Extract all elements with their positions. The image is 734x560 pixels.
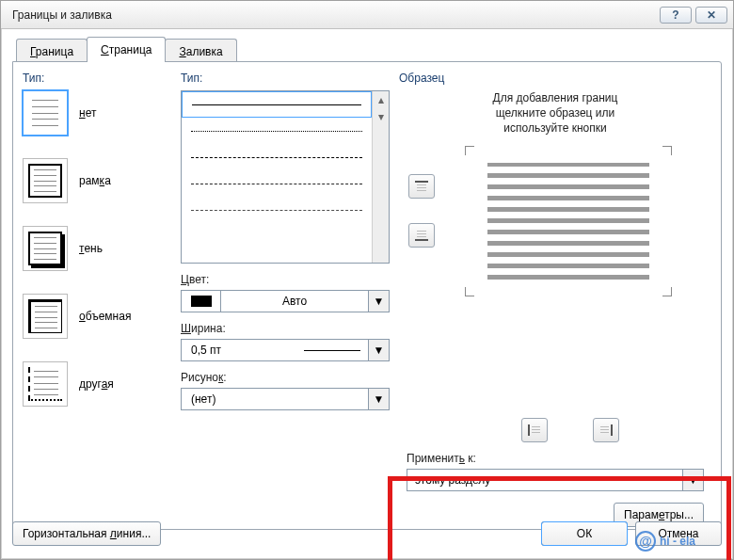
preview-wrap <box>399 146 711 315</box>
tab-panel-page: Тип: нет рамка <box>12 61 722 530</box>
svg-rect-8 <box>528 424 530 436</box>
preset-3d[interactable]: объемная <box>23 294 171 339</box>
edge-bottom-button[interactable] <box>408 223 435 248</box>
svg-rect-6 <box>417 236 426 237</box>
titlebar: Границы и заливка ? ✕ <box>1 1 733 29</box>
preset-box[interactable]: рамка <box>23 158 171 203</box>
corner-tl <box>465 146 474 155</box>
scroll-up-icon[interactable]: ▴ <box>373 91 389 108</box>
preview-column: Образец Для добавления границ щелкните о… <box>399 72 711 520</box>
edge-left-button[interactable] <box>521 418 548 442</box>
art-dropdown-arrow[interactable]: ▼ <box>368 389 389 409</box>
horizontal-line-button[interactable]: Горизонтальная линия... <box>12 521 161 546</box>
preset-label: Тип: <box>23 72 171 85</box>
style-label: Тип: <box>181 72 390 85</box>
svg-rect-9 <box>532 426 540 427</box>
tab-page[interactable]: Страница <box>87 37 166 62</box>
svg-rect-15 <box>600 432 609 433</box>
dialog-window: Границы и заливка ? ✕ Граница Страница З… <box>0 0 734 560</box>
close-button[interactable]: ✕ <box>695 7 727 24</box>
svg-rect-14 <box>600 429 609 430</box>
preset-none[interactable]: нет <box>23 90 171 136</box>
preset-3d-icon <box>23 294 68 339</box>
svg-rect-5 <box>417 233 426 234</box>
scroll-down-icon[interactable]: ▾ <box>373 108 389 125</box>
svg-rect-11 <box>532 432 540 433</box>
line-style-list[interactable]: ▴ ▾ <box>181 90 390 264</box>
preview-label: Образец <box>399 72 711 85</box>
window-title: Границы и заливка <box>12 8 656 22</box>
color-label: Цвет: <box>181 273 390 286</box>
help-button[interactable]: ? <box>660 7 692 24</box>
svg-rect-2 <box>417 187 426 188</box>
corner-bl <box>465 287 474 296</box>
preview-hint: Для добавления границ щелкните образец и… <box>427 90 683 136</box>
edge-right-button[interactable] <box>593 418 619 442</box>
svg-rect-10 <box>532 429 540 430</box>
svg-rect-0 <box>415 181 428 183</box>
preset-none-icon <box>23 90 68 136</box>
preset-3d-label: объемная <box>79 310 131 323</box>
preset-custom-icon <box>23 361 68 407</box>
preset-shadow-icon <box>23 226 68 271</box>
line-style-scrollbar[interactable]: ▴ ▾ <box>372 91 389 263</box>
watermark: @ hi - ela <box>635 531 695 552</box>
tab-strip: Граница Страница Заливка <box>16 37 722 62</box>
svg-rect-1 <box>417 184 426 185</box>
color-swatch <box>182 291 221 312</box>
watermark-icon: @ <box>635 531 656 552</box>
art-dropdown[interactable]: (нет) ▼ <box>181 388 390 410</box>
svg-rect-12 <box>611 424 613 436</box>
watermark-text: hi - ela <box>660 535 695 548</box>
tab-border[interactable]: Граница <box>16 39 88 64</box>
svg-rect-13 <box>600 426 609 427</box>
art-label: Рисунок: <box>181 371 390 384</box>
color-value: Авто <box>221 295 368 308</box>
preset-none-label: нет <box>79 106 96 120</box>
corner-tr <box>662 146 672 155</box>
preset-column: Тип: нет рамка <box>23 72 171 520</box>
preset-shadow[interactable]: тень <box>23 226 171 271</box>
preset-box-icon <box>23 158 68 203</box>
apply-to-label: Применить к: <box>407 452 704 465</box>
edge-top-button[interactable] <box>408 174 435 199</box>
line-style-dotted[interactable] <box>182 118 372 144</box>
content-area: Граница Страница Заливка Тип: нет <box>12 37 722 512</box>
preset-custom[interactable]: другая <box>23 361 171 407</box>
style-column: Тип: ▴ ▾ Цвет: <box>181 72 390 520</box>
page-preview-lines <box>478 159 659 283</box>
edge-buttons-vertical <box>408 174 435 248</box>
color-dropdown-arrow[interactable]: ▼ <box>368 291 389 312</box>
svg-rect-7 <box>415 239 428 241</box>
width-label: Ширина: <box>181 322 390 335</box>
width-dropdown[interactable]: 0,5 пт ▼ <box>181 339 390 361</box>
line-style-dash3[interactable] <box>182 197 372 223</box>
preset-box-label: рамка <box>79 174 111 187</box>
preset-shadow-label: тень <box>79 242 103 255</box>
svg-rect-4 <box>417 231 426 232</box>
color-dropdown[interactable]: Авто ▼ <box>181 290 390 312</box>
width-preview-line <box>304 350 360 351</box>
line-style-solid[interactable] <box>182 91 372 118</box>
preset-custom-label: другая <box>79 377 114 391</box>
art-value: (нет) <box>182 392 368 406</box>
edge-buttons-horizontal <box>521 418 619 442</box>
page-preview[interactable] <box>465 146 672 296</box>
svg-rect-3 <box>417 190 426 191</box>
tab-shading[interactable]: Заливка <box>165 39 236 64</box>
corner-br <box>662 287 672 296</box>
width-value: 0,5 пт <box>182 344 304 357</box>
width-dropdown-arrow[interactable]: ▼ <box>368 340 389 360</box>
line-style-dash[interactable] <box>182 144 372 170</box>
line-style-dash2[interactable] <box>182 170 372 197</box>
